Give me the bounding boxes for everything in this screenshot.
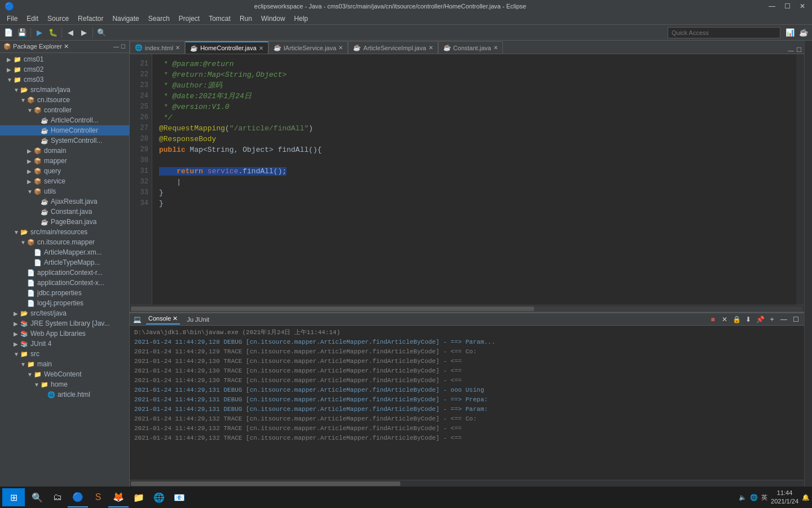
tab-close-button[interactable]: ✕ <box>338 45 343 51</box>
list-item[interactable]: 📄 jdbc.properties <box>0 288 129 298</box>
list-item[interactable]: ▼ 📁 home <box>0 379 129 389</box>
new-console-button[interactable]: + <box>767 314 777 325</box>
forward-button[interactable]: ▶ <box>78 27 90 39</box>
search-taskbar-button[interactable]: 🔍 <box>27 487 47 507</box>
list-item[interactable]: ▶ 📚 JRE System Library [Jav... <box>0 318 129 329</box>
list-item[interactable]: ▼ 📦 cn.itsource.mapper <box>0 237 129 247</box>
search-app-button[interactable]: S <box>88 487 108 507</box>
tab-close-button[interactable]: ✕ <box>259 45 263 51</box>
java-perspective-button[interactable]: ☕ <box>797 27 810 39</box>
language-indicator[interactable]: 英 <box>761 493 767 502</box>
tab-console[interactable]: Console ✕ <box>146 314 180 325</box>
app5-taskbar-button[interactable]: 🌐 <box>149 487 169 507</box>
volume-icon[interactable]: 🔈 <box>739 494 747 501</box>
list-item[interactable]: ▼ 📁 WebContent <box>0 369 129 379</box>
list-item[interactable]: ☕ SystemControll... <box>0 135 129 146</box>
menu-item-navigate[interactable]: Navigate <box>108 14 143 24</box>
list-item[interactable]: 📄 ArticleTypeMapp... <box>0 257 129 268</box>
tab-articleserviceimpl[interactable]: ☕ ArticleServiceImpl.java ✕ <box>348 41 438 54</box>
notifications-icon[interactable]: 🔔 <box>802 494 810 501</box>
list-item[interactable]: ▼ 📦 utils <box>0 186 129 196</box>
list-item[interactable]: ▼ 📁 cms03 <box>0 75 129 85</box>
clock-display[interactable]: 11:44 2021/1/24 <box>771 489 798 506</box>
list-item[interactable]: ▶ 📦 query <box>0 166 129 176</box>
perspective-button[interactable]: 📊 <box>784 27 796 39</box>
list-item[interactable]: 🌐 article.html <box>0 389 129 400</box>
list-item[interactable]: 📄 applicationContext-x... <box>0 278 129 288</box>
run-button[interactable]: ▶ <box>33 27 46 39</box>
list-item[interactable]: ☕ Constant.java <box>0 207 129 217</box>
tab-close-button[interactable]: ✕ <box>175 45 180 51</box>
list-item[interactable]: ☕ PageBean.java <box>0 217 129 227</box>
tab-homecontroller[interactable]: ☕ HomeController.java ✕ <box>185 41 268 54</box>
browser-taskbar-button[interactable]: 🦊 <box>108 487 129 507</box>
horizontal-scrollbar[interactable] <box>130 305 804 312</box>
menu-item-file[interactable]: File <box>2 14 22 24</box>
list-item[interactable]: ☕ ArticleControll... <box>0 115 129 125</box>
menu-item-search[interactable]: Search <box>144 14 174 24</box>
save-button[interactable]: 💾 <box>16 27 28 39</box>
list-item[interactable]: 📄 ArticleMapper.xm... <box>0 247 129 257</box>
editor-minimize-button[interactable]: — <box>788 47 794 54</box>
list-item[interactable]: ▶ 📁 cms02 <box>0 64 129 75</box>
tab-constant[interactable]: ☕ Constant.java ✕ <box>438 41 503 54</box>
list-item[interactable]: ▶ 📦 domain <box>0 146 129 156</box>
task-view-button[interactable]: 🗂 <box>47 487 68 507</box>
eclipse-taskbar-button[interactable]: 🔵 <box>68 487 88 507</box>
maximize-button[interactable]: ☐ <box>782 2 793 10</box>
tab-iarticleservice[interactable]: ☕ IArticleService.java ✕ <box>268 41 348 54</box>
list-item[interactable]: ▼ 📁 src <box>0 349 129 359</box>
tab-close-button[interactable]: ✕ <box>429 45 433 51</box>
tab-junit[interactable]: Ju JUnit <box>184 315 211 324</box>
menu-item-help[interactable]: Help <box>290 14 313 24</box>
pin-button[interactable]: 📌 <box>755 314 765 325</box>
code-editor[interactable]: 21 22 23 24 25 26 27 28 29 30 31 32 33 3… <box>130 54 804 305</box>
search-button[interactable]: 🔍 <box>95 27 108 39</box>
stop-button[interactable]: ■ <box>708 314 718 325</box>
menu-item-run[interactable]: Run <box>235 14 257 24</box>
editor-maximize-button[interactable]: ☐ <box>796 46 802 54</box>
console-scrollbar[interactable] <box>130 480 804 487</box>
list-item[interactable]: ▶ 📚 JUnit 4 <box>0 339 129 349</box>
files-taskbar-button[interactable]: 📁 <box>129 487 149 507</box>
back-button[interactable]: ◀ <box>64 27 77 39</box>
list-item[interactable]: ▼ 📦 controller <box>0 105 129 115</box>
menu-item-refactor[interactable]: Refactor <box>73 14 108 24</box>
list-item[interactable]: ☕ HomeController <box>0 125 129 135</box>
code-content[interactable]: * @param:@return * @return:Map<String,Ob… <box>152 54 796 305</box>
menu-item-source[interactable]: Source <box>43 14 73 24</box>
menu-item-window[interactable]: Window <box>257 14 290 24</box>
console-minimize-button[interactable]: — <box>779 314 789 325</box>
maximize-panel-button[interactable]: ☐ <box>121 43 126 50</box>
quick-access-input[interactable] <box>668 27 780 38</box>
list-item[interactable]: ▼ 📂 src/main/java <box>0 85 129 95</box>
list-item[interactable]: ☕ AjaxResult.java <box>0 196 129 207</box>
list-item[interactable]: ▶ 📦 mapper <box>0 156 129 166</box>
list-item[interactable]: ▶ 📁 cms01 <box>0 54 129 64</box>
tab-index-html[interactable]: 🌐 index.html ✕ <box>130 41 185 54</box>
list-item[interactable]: 📄 log4j.properties <box>0 298 129 308</box>
list-item[interactable]: ▼ 📦 cn.itsource <box>0 95 129 105</box>
debug-button[interactable]: 🐛 <box>47 27 59 39</box>
clear-button[interactable]: ✕ <box>720 314 730 325</box>
minimize-button[interactable]: — <box>766 2 778 10</box>
list-item[interactable]: ▶ 📚 Web App Libraries <box>0 329 129 339</box>
list-item[interactable]: ▼ 📂 src/main/resources <box>0 227 129 237</box>
list-item[interactable]: ▼ 📁 main <box>0 359 129 369</box>
console-maximize-button[interactable]: ☐ <box>791 314 801 325</box>
tab-close-button[interactable]: ✕ <box>493 45 498 51</box>
network-icon[interactable]: 🌐 <box>750 494 758 501</box>
minimize-panel-button[interactable]: — <box>113 43 119 50</box>
menu-item-edit[interactable]: Edit <box>22 14 43 24</box>
scroll-lock-button[interactable]: 🔒 <box>731 314 742 325</box>
list-item[interactable]: ▶ 📦 service <box>0 176 129 186</box>
menu-item-tomcat[interactable]: Tomcat <box>204 14 235 24</box>
menu-item-project[interactable]: Project <box>174 14 204 24</box>
close-button[interactable]: ✕ <box>797 2 807 10</box>
app6-taskbar-button[interactable]: 📧 <box>169 487 189 507</box>
start-button[interactable]: ⊞ <box>2 488 25 506</box>
list-item[interactable]: ▶ 📂 src/test/java <box>0 308 129 318</box>
scroll-end-button[interactable]: ⬇ <box>743 314 753 325</box>
list-item[interactable]: 📄 applicationContext-r... <box>0 268 129 278</box>
new-button[interactable]: 📄 <box>2 27 15 39</box>
